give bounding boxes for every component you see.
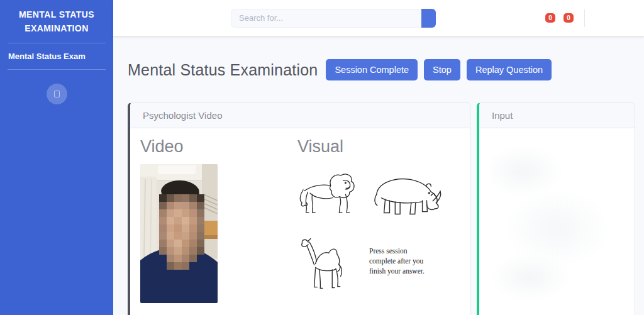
webcam-video-frame	[140, 164, 218, 303]
alerts-count-badge[interactable]: 0	[545, 13, 555, 23]
sidebar-toggle-button[interactable]	[47, 84, 67, 104]
camel-drawing	[297, 235, 360, 292]
visual-stimulus-images: Press session complete after you finish …	[297, 164, 460, 292]
messages-count-badge[interactable]: 0	[564, 13, 574, 23]
square-outline-icon	[54, 91, 60, 97]
search-input[interactable]	[231, 9, 421, 28]
input-card-body	[479, 128, 635, 312]
search-form	[231, 9, 436, 28]
search-button[interactable]	[421, 9, 436, 28]
stop-button[interactable]: Stop	[424, 59, 460, 80]
rhinoceros-drawing	[369, 168, 443, 223]
cards-row: Psychologist Video Video	[128, 102, 635, 315]
topbar-icons: 0 0	[545, 9, 585, 27]
visual-section: Visual	[297, 136, 460, 303]
topbar-divider	[584, 9, 585, 27]
visual-section-title: Visual	[297, 137, 460, 157]
video-section-title: Video	[140, 137, 297, 157]
sidebar-toggle-area	[0, 70, 113, 104]
input-card-header: Input	[479, 103, 635, 128]
sidebar: MENTAL STATUS EXAMINATION Mental Status …	[0, 0, 113, 315]
page-header: Mental Status Examination Session Comple…	[128, 59, 635, 80]
input-card: Input	[477, 102, 635, 315]
replay-question-button[interactable]: Replay Question	[467, 59, 552, 80]
video-section: Video	[140, 136, 297, 303]
psychologist-video-card-header: Psychologist Video	[130, 103, 470, 128]
sidebar-brand[interactable]: MENTAL STATUS EXAMINATION	[0, 0, 113, 43]
psychologist-video-card: Psychologist Video Video	[128, 102, 470, 315]
visual-instruction-note: Press session complete after you finish …	[369, 246, 427, 292]
session-complete-button[interactable]: Session Complete	[326, 59, 418, 80]
psychologist-video-card-body: Video	[130, 128, 470, 311]
lion-drawing	[297, 168, 360, 221]
faint-input-preview	[491, 138, 623, 302]
main-column: 0 0 Mental Status Examination Session Co…	[113, 0, 644, 315]
sidebar-item-mental-status-exam[interactable]: Mental Status Exam	[0, 43, 113, 69]
page-content: Mental Status Examination Session Comple…	[113, 36, 644, 315]
page-title: Mental Status Examination	[128, 61, 318, 79]
topbar: 0 0	[113, 0, 644, 36]
app-window: MENTAL STATUS EXAMINATION Mental Status …	[0, 0, 644, 315]
